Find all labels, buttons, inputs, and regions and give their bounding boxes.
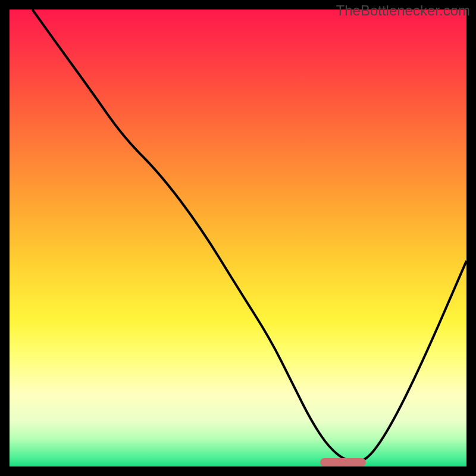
watermark-text: TheBottlenecker.com — [336, 2, 470, 19]
bottleneck-curve — [10, 10, 466, 466]
gradient-chart-area — [10, 10, 466, 466]
optimal-zone-marker — [320, 458, 366, 466]
